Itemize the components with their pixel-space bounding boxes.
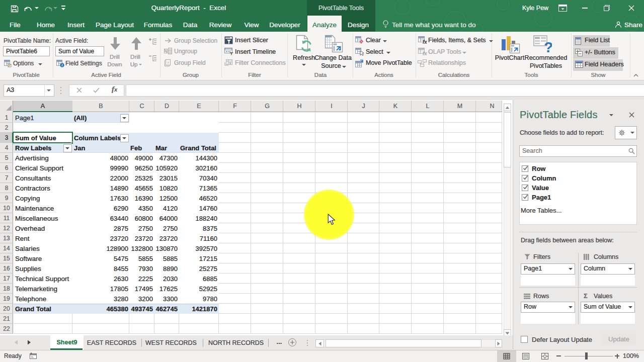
svg-text:fx: fx xyxy=(423,51,427,56)
svg-text:fx: fx xyxy=(423,39,427,44)
svg-text:?: ? xyxy=(544,39,552,54)
svg-text:7: 7 xyxy=(167,61,170,65)
